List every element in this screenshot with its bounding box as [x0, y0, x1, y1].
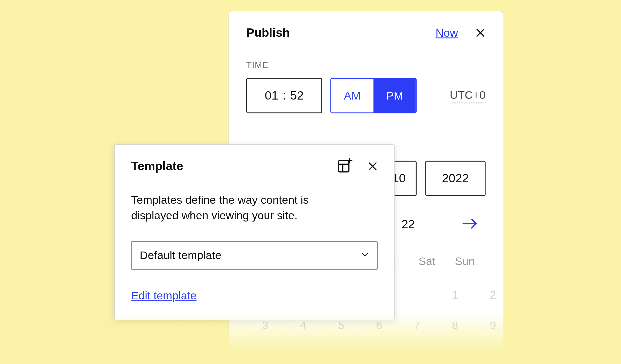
day-header-sun: Sun — [446, 255, 484, 268]
time-input[interactable]: 01 : 52 — [246, 78, 322, 113]
calendar-day[interactable]: 1 — [436, 283, 474, 307]
year-input[interactable]: 2022 — [425, 161, 485, 196]
calendar-day[interactable]: 2 — [474, 283, 512, 307]
calendar-day[interactable]: 4 — [284, 319, 322, 332]
publish-now-link[interactable]: Now — [435, 26, 458, 40]
chevron-down-icon — [360, 249, 369, 262]
day-header-sat: Sat — [408, 255, 446, 268]
calendar-day[interactable]: 8 — [436, 319, 474, 332]
template-select[interactable]: Default template — [131, 241, 378, 270]
minute-value: 52 — [290, 89, 304, 102]
svg-rect-3 — [338, 161, 349, 172]
calendar-header-fragment: 22 — [401, 218, 415, 231]
template-description: Templates define the way content is disp… — [131, 192, 356, 223]
calendar-row-2: 3 4 5 6 7 8 9 — [246, 319, 486, 332]
pm-option[interactable]: PM — [374, 79, 416, 112]
close-icon[interactable] — [367, 161, 378, 171]
am-pm-toggle[interactable]: AM PM — [330, 78, 417, 113]
timezone-label[interactable]: UTC+0 — [450, 88, 485, 103]
am-option[interactable]: AM — [331, 79, 374, 112]
time-section-label: TIME — [246, 60, 486, 70]
publish-title: Publish — [246, 26, 290, 40]
new-template-icon[interactable] — [337, 158, 353, 175]
template-select-value: Default template — [140, 249, 221, 262]
close-icon[interactable] — [475, 28, 486, 38]
time-colon: : — [283, 89, 286, 102]
hour-value: 01 — [265, 89, 278, 102]
calendar-day[interactable]: 6 — [360, 319, 398, 332]
arrow-right-icon[interactable] — [462, 218, 478, 231]
template-title: Template — [131, 160, 183, 173]
calendar-day[interactable]: 5 — [322, 319, 360, 332]
calendar-day[interactable]: 3 — [246, 319, 284, 332]
calendar-day[interactable]: 7 — [398, 319, 436, 332]
edit-template-link[interactable]: Edit template — [131, 289, 197, 302]
publish-header: Publish Now — [246, 26, 486, 40]
calendar-day[interactable]: 9 — [474, 319, 512, 332]
template-popover: Template Templates define the way conten… — [114, 144, 395, 320]
